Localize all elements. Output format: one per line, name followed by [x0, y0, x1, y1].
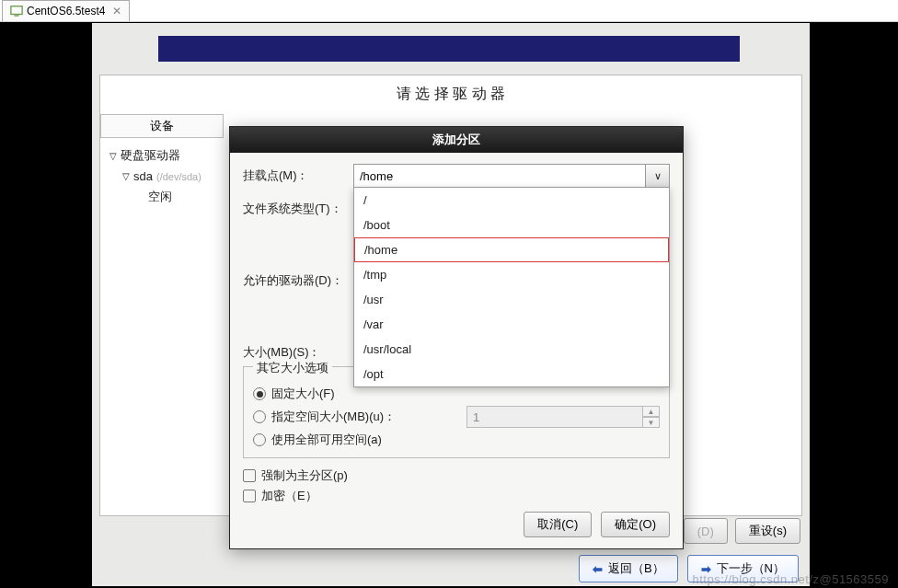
- top-blue-bar: [158, 36, 740, 62]
- dialog-title: 添加分区: [230, 127, 683, 153]
- fieldset-legend: 其它大小选项: [253, 360, 332, 376]
- primary-checkbox[interactable]: [243, 469, 256, 482]
- svg-rect-1: [14, 15, 18, 16]
- fstype-label: 文件系统类型(T)：: [243, 197, 353, 217]
- tree-disk-path: (/dev/sda): [156, 171, 201, 182]
- spin-up-icon: ▲: [643, 406, 660, 417]
- wizard-nav: ⬅ 返回（B） ➡ 下一步（N）: [579, 555, 799, 582]
- arrow-left-icon: ⬅: [593, 562, 603, 576]
- radio-all-row[interactable]: 使用全部可用空间(a): [253, 432, 660, 448]
- mount-option[interactable]: /tmp: [354, 262, 669, 287]
- size-spinner: ▲ ▼: [466, 406, 660, 428]
- size-spin-input: [466, 406, 643, 428]
- mount-option[interactable]: /: [354, 188, 669, 213]
- d-button: (D): [684, 518, 728, 544]
- tree-disk[interactable]: ▽ sda (/dev/sda): [122, 169, 224, 183]
- drives-label: 允许的驱动器(D)：: [243, 269, 353, 289]
- ok-button[interactable]: 确定(O): [601, 512, 670, 537]
- next-label: 下一步（N）: [717, 560, 785, 577]
- mount-option[interactable]: /home: [354, 237, 669, 262]
- cancel-button[interactable]: 取消(C): [524, 512, 592, 537]
- back-label: 返回（B）: [608, 560, 664, 577]
- tree-root[interactable]: ▽ 硬盘驱动器: [109, 147, 224, 164]
- close-icon[interactable]: ✕: [112, 5, 121, 17]
- arrow-right-icon: ➡: [701, 562, 711, 576]
- svg-rect-0: [11, 6, 22, 15]
- collapse-icon[interactable]: ▽: [122, 171, 130, 181]
- radio-upto[interactable]: [253, 410, 266, 423]
- tree-header[interactable]: 设备: [100, 114, 224, 138]
- card-bottom-buttons: (D) 重设(s): [684, 518, 800, 544]
- mount-option[interactable]: /usr: [354, 287, 669, 312]
- vm-tab[interactable]: CentOS6.5test4 ✕: [2, 0, 130, 21]
- vm-frame: 请 选 择 驱 动 器 设备 ▽ 硬盘驱动器 ▽ sda (/dev/sda): [0, 22, 898, 588]
- device-tree: ▽ 硬盘驱动器 ▽ sda (/dev/sda) 空闲: [100, 138, 224, 205]
- tree-disk-label: sda: [133, 169, 153, 183]
- mount-option[interactable]: /opt: [354, 362, 669, 386]
- add-partition-dialog: 添加分区 挂载点(M)： ∨ //boot/home/tmp/usr/var/u…: [229, 126, 684, 549]
- tree-root-label: 硬盘驱动器: [121, 147, 180, 164]
- primary-label: 强制为主分区(p): [261, 467, 348, 484]
- radio-all-label: 使用全部可用空间(a): [271, 432, 382, 448]
- mount-dropdown-button[interactable]: ∨: [646, 164, 670, 188]
- radio-all[interactable]: [253, 433, 266, 446]
- card-heading: 请 选 择 驱 动 器: [100, 75, 801, 114]
- encrypt-checkbox[interactable]: [243, 490, 256, 502]
- collapse-icon[interactable]: ▽: [109, 151, 117, 161]
- radio-fixed-row[interactable]: 固定大小(F): [253, 386, 660, 402]
- size-label: 大小(MB)(S)：: [243, 340, 353, 361]
- mount-dropdown-list: //boot/home/tmp/usr/var/usr/local/opt: [353, 187, 670, 387]
- mount-point-input[interactable]: [353, 164, 646, 188]
- radio-fixed[interactable]: [253, 387, 266, 400]
- back-button[interactable]: ⬅ 返回（B）: [579, 555, 678, 582]
- chevron-down-icon: ∨: [654, 170, 662, 182]
- radio-fixed-label: 固定大小(F): [271, 386, 335, 402]
- mount-option[interactable]: /var: [354, 312, 669, 337]
- radio-upto-label: 指定空间大小(MB)(u)：: [271, 409, 396, 425]
- encrypt-check-row[interactable]: 加密（E）: [243, 488, 670, 504]
- tree-free-label: 空闲: [148, 189, 172, 205]
- radio-upto-row[interactable]: 指定空间大小(MB)(u)： ▲ ▼: [253, 406, 660, 428]
- mount-option[interactable]: /usr/local: [354, 337, 669, 362]
- next-button[interactable]: ➡ 下一步（N）: [687, 555, 799, 582]
- vm-icon: [10, 5, 23, 17]
- primary-check-row[interactable]: 强制为主分区(p): [243, 467, 670, 484]
- tree-free[interactable]: 空闲: [148, 189, 224, 205]
- mount-option[interactable]: /boot: [354, 213, 669, 237]
- spin-down-icon: ▼: [643, 417, 660, 428]
- encrypt-label: 加密（E）: [261, 488, 317, 504]
- outer-tab-strip: CentOS6.5test4 ✕: [0, 0, 898, 22]
- vm-tab-label: CentOS6.5test4: [27, 5, 105, 17]
- reset-button[interactable]: 重设(s): [735, 518, 800, 544]
- mount-label: 挂载点(M)：: [243, 164, 353, 184]
